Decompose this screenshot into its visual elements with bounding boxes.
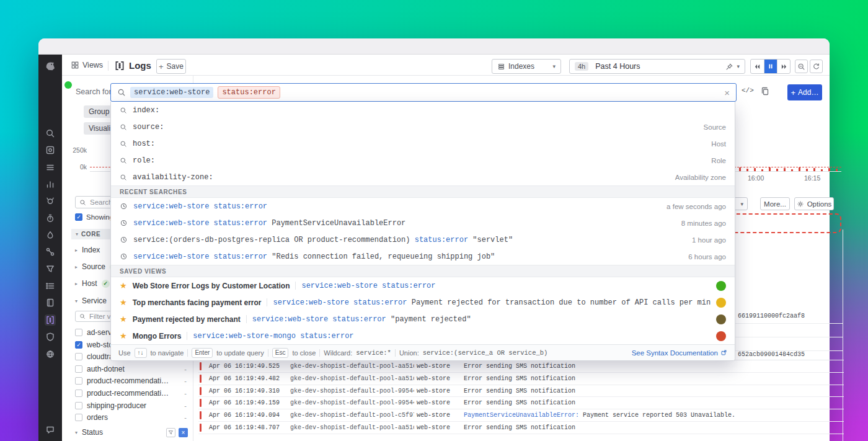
facet-index[interactable]: ▸ Index — [75, 246, 100, 254]
save-button[interactable]: + Save — [156, 59, 186, 74]
facet-host[interactable]: ▸ Host ✓ — [75, 279, 110, 288]
error-status-bar — [200, 399, 202, 407]
saved-view-name: Mongo Errors — [133, 332, 182, 341]
status-filter-button[interactable] — [166, 428, 175, 437]
recent-search-row[interactable]: service:web-store status:error PaymentSe… — [111, 215, 735, 231]
facet-value-row[interactable]: product-recommendati… - — [75, 388, 189, 398]
error-status-bar — [200, 362, 202, 370]
more-button[interactable]: More... — [760, 197, 790, 210]
search-icon — [120, 140, 127, 148]
chevron-right-icon: ▸ — [75, 247, 78, 253]
log-host: gke-dev-shopist-default-pool-99544b06-e… — [290, 388, 414, 394]
checkbox-icon[interactable] — [75, 329, 82, 336]
log-row[interactable]: Apr 06 16:19:49.310 gke-dev-shopist-defa… — [198, 385, 844, 398]
suggestion-row[interactable]: role: Role — [111, 152, 735, 169]
checkbox-icon[interactable] — [75, 390, 82, 397]
external-link-icon — [720, 349, 727, 356]
processes-icon[interactable] — [45, 280, 56, 292]
saved-view-row[interactable]: ★ Mongo Errors service:web-store-mongo s… — [111, 327, 735, 344]
checkbox-icon[interactable] — [75, 402, 82, 409]
metrics-icon[interactable] — [45, 179, 56, 190]
log-row[interactable]: Apr 06 16:19:49.525 gke-dev-shopist-defa… — [198, 360, 844, 373]
log-service: web-store — [417, 424, 450, 431]
step-back-button[interactable] — [751, 60, 764, 73]
log-row[interactable]: Apr 06 16:19:48.707 gke-dev-shopist-defa… — [198, 422, 844, 434]
pause-button[interactable] — [764, 60, 777, 73]
time-range-select[interactable]: 4h Past 4 Hours ▾ — [569, 59, 745, 74]
syntax-documentation-link[interactable]: See Syntax Documentation — [632, 349, 727, 357]
log-service: web-store — [417, 375, 450, 382]
indexes-select[interactable]: Indexes ▾ — [492, 59, 561, 74]
search-icon — [120, 174, 127, 181]
profiling-icon[interactable] — [45, 229, 56, 241]
views-icon — [71, 61, 79, 69]
copy-icon[interactable] — [760, 86, 770, 99]
saved-view-row[interactable]: ★ Top merchants facing payment error ser… — [111, 294, 735, 311]
recent-search-row[interactable]: service:web-store status:error a few sec… — [111, 198, 735, 215]
checkbox-icon[interactable] — [75, 365, 82, 373]
chevron-down-icon: ▾ — [740, 201, 743, 207]
chart-bar — [828, 168, 830, 171]
views-label: Views — [82, 61, 103, 69]
search-input[interactable]: service:web-store status:error × — [110, 83, 737, 102]
enabled-check-icon: ✓ — [102, 280, 110, 288]
zoom-out-button[interactable] — [795, 60, 808, 73]
query-token-service[interactable]: service:web-store — [130, 87, 213, 98]
core-label: CORE — [81, 231, 100, 238]
divider — [187, 332, 187, 340]
code-view-button[interactable]: </> — [742, 87, 754, 94]
checkbox-checked-icon[interactable]: ✓ — [75, 341, 82, 349]
saved-view-row[interactable]: ★ Web Store Error Logs by Customer Locat… — [111, 277, 735, 294]
facet-value-row[interactable]: orders - — [75, 412, 189, 422]
facet-status[interactable]: ▾ Status × — [75, 427, 189, 437]
recent-search-row[interactable]: service:web-store status:error "Redis co… — [111, 248, 735, 265]
step-forward-button[interactable] — [777, 60, 790, 73]
checkbox-icon[interactable] — [75, 353, 82, 360]
clear-status-filter-button[interactable]: × — [179, 428, 188, 437]
log-row[interactable]: Apr 06 16:19:49.482 gke-dev-shopist-defa… — [198, 373, 844, 385]
suggestion-row[interactable]: source: Source — [111, 118, 735, 135]
query-token-status[interactable]: status:error — [218, 86, 280, 99]
search-icon[interactable] — [45, 128, 56, 139]
toolbar-border — [62, 75, 830, 76]
rum-icon[interactable] — [45, 349, 56, 360]
checkbox-icon[interactable] — [75, 377, 82, 385]
log-date: Apr 06 16:19:49.525 — [209, 363, 280, 370]
log-row[interactable]: Apr 06 16:19:49.094 gke-dev-shopist-defa… — [198, 409, 844, 422]
host-map-icon[interactable] — [45, 145, 56, 156]
saved-view-row[interactable]: ★ Payment rejected by merchant service:w… — [111, 311, 735, 327]
security-icon[interactable] — [45, 331, 56, 342]
refresh-button[interactable] — [810, 60, 823, 73]
suggestion-row[interactable]: host: Host — [111, 135, 735, 152]
esc-key-hint: Esc — [272, 348, 289, 358]
logs-icon[interactable] — [45, 314, 56, 326]
autocomplete-footer: Use ↑↓ to navigate Enter to update query… — [111, 344, 735, 360]
zoom-button[interactable] — [64, 81, 72, 89]
add-button[interactable]: + Add… — [787, 84, 822, 100]
recent-search-row[interactable]: service:(orders-db-postgres-replica OR p… — [111, 231, 735, 248]
pin-icon[interactable] — [725, 63, 733, 71]
apm-icon[interactable] — [45, 213, 56, 224]
facet-value-row[interactable]: product-recommendati… - — [75, 376, 189, 386]
options-button[interactable]: Options — [794, 197, 834, 210]
facet-value-row[interactable]: auth-dotnet - — [75, 364, 189, 374]
log-service: web-store — [417, 399, 450, 406]
support-chat-icon[interactable] — [45, 424, 56, 435]
suggestion-row[interactable]: availability-zone: Availability zone — [111, 169, 735, 185]
datadog-logo[interactable] — [43, 60, 57, 73]
log-row[interactable]: Apr 06 16:19:49.159 gke-dev-shopist-defa… — [198, 397, 844, 409]
clear-search-icon[interactable]: × — [724, 87, 730, 98]
plus-icon: + — [159, 62, 164, 71]
chevron-right-icon: ▸ — [75, 281, 78, 287]
watchdog-icon[interactable] — [45, 195, 56, 207]
infrastructure-icon[interactable] — [45, 162, 56, 173]
network-icon[interactable] — [45, 246, 56, 257]
checkbox-icon[interactable] — [75, 414, 82, 421]
error-status-bar — [200, 387, 202, 395]
pipelines-icon[interactable] — [45, 264, 56, 275]
notebooks-icon[interactable] — [45, 297, 56, 308]
funnel-icon — [168, 430, 174, 435]
suggestion-row[interactable]: index: — [111, 102, 735, 118]
views-button[interactable]: Views — [71, 61, 103, 69]
facet-value-row[interactable]: shipping-producer - — [75, 401, 189, 411]
